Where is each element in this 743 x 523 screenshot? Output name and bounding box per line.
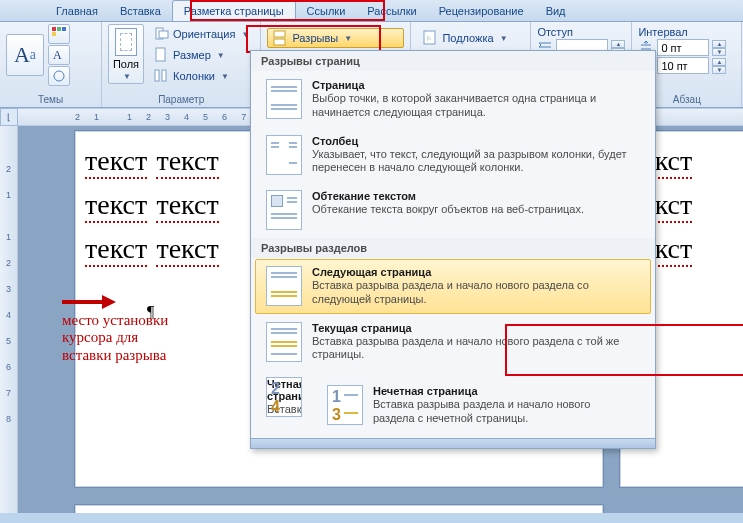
dropdown-header-section-breaks: Разрывы разделов bbox=[251, 238, 655, 258]
section-even-page-icon: 2 4 Четная страница Вставка разрыва разд… bbox=[266, 377, 302, 417]
themes-gallery-button[interactable]: Aa bbox=[6, 34, 44, 76]
margins-icon bbox=[115, 28, 137, 56]
tab-references[interactable]: Ссылки bbox=[296, 1, 357, 21]
chevron-down-icon: ▼ bbox=[217, 51, 225, 60]
dropdown-item-next-page[interactable]: Следующая страница Вставка разрыва разде… bbox=[255, 259, 651, 314]
dropdown-item-even-page[interactable]: 2 4 Четная страница Вставка разрыва разд… bbox=[255, 370, 651, 441]
spacing-before-spin[interactable]: ▲▼ bbox=[712, 40, 726, 56]
svg-rect-2 bbox=[62, 27, 66, 31]
doc-text: текст bbox=[156, 145, 218, 179]
dropdown-item-continuous[interactable]: Текущая страница Вставка разрыва раздела… bbox=[255, 315, 651, 370]
tab-home[interactable]: Главная bbox=[45, 1, 109, 21]
dropdown-header-page-breaks: Разрывы страниц bbox=[251, 51, 655, 71]
spacing-after-spin[interactable]: ▲▼ bbox=[712, 58, 726, 74]
dropdown-item-title: Обтекание текстом bbox=[312, 190, 584, 202]
dropdown-item-page[interactable]: Страница Выбор точки, в которой заканчив… bbox=[255, 72, 651, 127]
breaks-button[interactable]: Разрывы ▼ bbox=[267, 28, 404, 48]
colors-icon bbox=[51, 26, 67, 42]
page-break-icon bbox=[266, 79, 302, 119]
group-page-setup: Поля ▼ Ориентация ▼ Размер ▼ bbox=[102, 22, 261, 107]
dropdown-item-desc: Вставка разрыва раздела и начало нового … bbox=[312, 335, 640, 363]
ruler-vertical[interactable]: 2112345678 bbox=[0, 126, 18, 513]
size-button[interactable]: Размер ▼ bbox=[148, 45, 254, 65]
dropdown-item-column[interactable]: Столбец Указывает, что текст, следующий … bbox=[255, 128, 651, 183]
section-continuous-icon bbox=[266, 322, 302, 362]
orientation-icon bbox=[153, 26, 169, 42]
watermark-label: Подложка bbox=[442, 32, 493, 44]
tab-mailings[interactable]: Рассылки bbox=[356, 1, 427, 21]
orientation-label: Ориентация bbox=[173, 28, 235, 40]
indent-header: Отступ bbox=[537, 26, 625, 38]
svg-rect-11 bbox=[274, 31, 285, 37]
page-3[interactable] bbox=[74, 504, 604, 513]
ribbon-tabstrip: Главная Вставка Разметка страницы Ссылки… bbox=[0, 0, 743, 22]
column-break-icon bbox=[266, 135, 302, 175]
chevron-down-icon: ▼ bbox=[344, 34, 352, 43]
group-label-themes: Темы bbox=[6, 92, 95, 107]
dropdown-item-odd-page[interactable]: 1 3 Нечетная страница Вставка разрыва ра… bbox=[316, 378, 636, 433]
dropdown-item-desc: Вставка разрыва раздела и начало нового … bbox=[312, 279, 640, 307]
section-next-page-icon bbox=[266, 266, 302, 306]
svg-text:A: A bbox=[53, 48, 62, 62]
dropdown-item-title: Страница bbox=[312, 79, 640, 91]
fonts-icon: A bbox=[51, 47, 67, 63]
margins-button[interactable]: Поля ▼ bbox=[108, 24, 144, 84]
dropdown-item-title: Нечетная страница bbox=[373, 385, 625, 397]
spacing-after-input[interactable]: 10 пт bbox=[657, 57, 709, 74]
size-label: Размер bbox=[173, 49, 211, 61]
dropdown-item-desc: Указывает, что текст, следующий за разры… bbox=[312, 148, 640, 176]
watermark-icon: A bbox=[422, 30, 438, 46]
doc-text: текст bbox=[85, 145, 147, 179]
chevron-down-icon: ▼ bbox=[221, 72, 229, 81]
columns-icon bbox=[153, 68, 169, 84]
svg-rect-8 bbox=[156, 48, 165, 61]
group-label-page-setup: Параметр bbox=[108, 92, 254, 107]
tab-view[interactable]: Вид bbox=[535, 1, 577, 21]
effects-icon bbox=[51, 68, 67, 84]
spacing-before-input[interactable]: 0 пт bbox=[657, 39, 709, 56]
doc-text: текст bbox=[156, 233, 218, 267]
tab-page-layout[interactable]: Разметка страницы bbox=[172, 0, 296, 21]
chevron-down-icon: ▼ bbox=[241, 30, 249, 39]
tab-insert[interactable]: Вставка bbox=[109, 1, 172, 21]
svg-rect-12 bbox=[274, 39, 285, 45]
dropdown-item-title: Текущая страница bbox=[312, 322, 640, 334]
dropdown-item-title: Столбец bbox=[312, 135, 640, 147]
svg-rect-1 bbox=[57, 27, 61, 31]
group-themes: Aa A Темы bbox=[0, 22, 102, 107]
theme-effects-button[interactable] bbox=[48, 66, 70, 86]
section-odd-page-icon: 1 3 bbox=[327, 385, 363, 425]
annotation-note: место установки курсора для вставки разр… bbox=[62, 312, 192, 364]
dropdown-item-desc: Обтекание текста вокруг объектов на веб-… bbox=[312, 203, 584, 217]
annotation-arrow bbox=[62, 296, 116, 308]
breaks-label: Разрывы bbox=[292, 32, 338, 44]
doc-text: текст bbox=[85, 233, 147, 267]
dropdown-item-text-wrap[interactable]: Обтекание текстом Обтекание текста вокру… bbox=[255, 183, 651, 237]
dropdown-item-desc: Вставка разрыва раздела и начало нового … bbox=[373, 398, 625, 426]
svg-rect-9 bbox=[155, 70, 159, 81]
chevron-down-icon: ▼ bbox=[500, 34, 508, 43]
doc-text: текст bbox=[85, 189, 147, 223]
status-bar bbox=[251, 438, 655, 448]
ruler-corner[interactable]: ⌊ bbox=[0, 108, 18, 126]
margins-label: Поля bbox=[113, 58, 139, 70]
dropdown-item-title: Следующая страница bbox=[312, 266, 640, 278]
orientation-button[interactable]: Ориентация ▼ bbox=[148, 24, 254, 44]
breaks-icon bbox=[272, 30, 288, 46]
columns-button[interactable]: Колонки ▼ bbox=[148, 66, 254, 86]
theme-fonts-button[interactable]: A bbox=[48, 45, 70, 65]
columns-label: Колонки bbox=[173, 70, 215, 82]
theme-colors-button[interactable] bbox=[48, 24, 70, 44]
svg-rect-10 bbox=[162, 70, 166, 81]
watermark-button[interactable]: A Подложка ▼ bbox=[417, 28, 524, 48]
svg-point-5 bbox=[54, 71, 64, 81]
svg-rect-3 bbox=[52, 32, 56, 36]
size-icon bbox=[153, 47, 169, 63]
chevron-down-icon: ▼ bbox=[123, 72, 131, 81]
svg-rect-7 bbox=[159, 31, 168, 38]
breaks-dropdown: Разрывы страниц Страница Выбор точки, в … bbox=[250, 50, 656, 449]
svg-rect-0 bbox=[52, 27, 56, 31]
tab-review[interactable]: Рецензирование bbox=[428, 1, 535, 21]
doc-text: текст bbox=[156, 189, 218, 223]
spacing-header: Интервал bbox=[638, 26, 735, 38]
